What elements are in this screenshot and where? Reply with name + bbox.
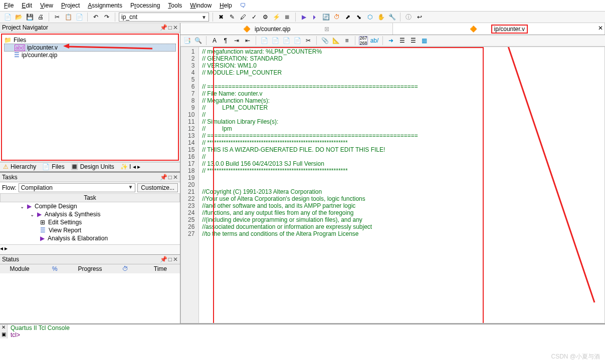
- tool-icon[interactable]: ✋: [376, 13, 385, 22]
- design-units-tab[interactable]: 🔳Design Units: [68, 162, 117, 171]
- tool-icon[interactable]: 🔄: [321, 13, 330, 22]
- document-tabs: 🔶 ip/counter.qip ⊠ 🔶 ip/counter.v ✕: [180, 23, 605, 35]
- new-icon[interactable]: 📄: [3, 13, 12, 22]
- tool-icon[interactable]: 📄: [293, 36, 302, 45]
- tool-icon[interactable]: ⚙: [261, 13, 270, 22]
- maximize-icon[interactable]: □: [168, 24, 172, 31]
- tool-icon[interactable]: ¶: [221, 36, 230, 45]
- tool-icon[interactable]: ☰: [397, 36, 407, 45]
- stop-icon[interactable]: ⏹: [283, 13, 292, 22]
- info-icon[interactable]: ⓘ: [404, 13, 413, 22]
- menu-processing[interactable]: Processing: [130, 2, 160, 9]
- menu-window[interactable]: Window: [190, 2, 212, 9]
- indent-icon[interactable]: ⇥: [232, 36, 241, 45]
- tool-icon[interactable]: ⬡: [365, 13, 374, 22]
- tool-icon[interactable]: ✎: [228, 13, 237, 22]
- tool-icon[interactable]: ⬈: [343, 13, 352, 22]
- file-icon: ☰: [14, 52, 20, 59]
- maximize-icon[interactable]: □: [168, 256, 172, 263]
- search-icon[interactable]: 🗨: [240, 2, 246, 9]
- tab-counter-qip[interactable]: 🔶 ip/counter.qip ⊠: [180, 23, 393, 35]
- menu-edit[interactable]: Edit: [22, 2, 32, 9]
- tool-icon[interactable]: ✓: [250, 13, 259, 22]
- paste-icon[interactable]: 📄: [75, 13, 84, 22]
- pin-icon[interactable]: 📌: [160, 24, 167, 31]
- pin-icon[interactable]: 📌: [160, 256, 167, 263]
- tool-icon[interactable]: ▦: [420, 36, 429, 45]
- close-tab-icon[interactable]: ✕: [598, 25, 603, 32]
- hierarchy-tab[interactable]: ⚠Hierarchy: [0, 162, 39, 171]
- task-elaboration[interactable]: ▶Analysis & Elaboration: [0, 234, 180, 242]
- task-column-header: Task: [0, 193, 180, 202]
- files-tab[interactable]: 📄Files: [39, 162, 67, 171]
- menu-view[interactable]: View: [40, 2, 53, 9]
- task-edit-settings[interactable]: ⊞Edit Settings: [0, 218, 180, 226]
- open-icon[interactable]: 📂: [14, 13, 23, 22]
- print-icon[interactable]: 🖨: [36, 13, 45, 22]
- save-icon[interactable]: 💾: [25, 13, 34, 22]
- menu-project[interactable]: Project: [61, 2, 80, 9]
- files-root[interactable]: 📁 Files: [4, 37, 176, 44]
- play-icon: ▶: [27, 203, 32, 210]
- customize-button[interactable]: Customize...: [137, 183, 178, 192]
- cut-icon[interactable]: ✂: [53, 13, 62, 22]
- tool-icon[interactable]: ➜: [386, 36, 395, 45]
- timer-icon[interactable]: ⏱: [332, 13, 341, 22]
- project-combo[interactable]: ip_cnt ▼: [119, 13, 209, 22]
- tool-icon[interactable]: 🔧: [387, 13, 396, 22]
- menu-help[interactable]: Help: [220, 2, 232, 9]
- redo-icon[interactable]: ↷: [102, 13, 111, 22]
- attach-icon[interactable]: 📎: [320, 36, 329, 45]
- tool-icon[interactable]: ⏵: [310, 13, 319, 22]
- expand-icon[interactable]: ▣: [0, 331, 7, 338]
- close-icon[interactable]: ✕: [173, 174, 178, 181]
- status-header: Status 📌□✕: [0, 255, 180, 264]
- tool-icon[interactable]: 📄: [271, 36, 280, 45]
- file-item-counter-v[interactable]: abd ip/counter.v: [4, 44, 176, 52]
- task-scrollbar[interactable]: ◂ ▸: [0, 244, 180, 254]
- pin-icon[interactable]: 📌: [160, 174, 167, 181]
- flow-combo[interactable]: Compilation ▼: [19, 183, 136, 192]
- copy-icon[interactable]: 📋: [64, 13, 73, 22]
- tool-icon[interactable]: ⚡: [272, 13, 281, 22]
- files-root-label: Files: [14, 37, 26, 44]
- tool-icon[interactable]: 📄: [282, 36, 291, 45]
- file-item-counter-qip[interactable]: ☰ ip/counter.qip: [4, 52, 176, 59]
- tool-icon[interactable]: ab/: [370, 36, 379, 45]
- close-icon[interactable]: ✕: [173, 24, 178, 31]
- tool-icon[interactable]: A: [210, 36, 219, 45]
- tool-icon[interactable]: 📑: [182, 36, 191, 45]
- tool-icon[interactable]: 📐: [331, 36, 340, 45]
- tab-counter-v[interactable]: 🔶 ip/counter.v: [393, 23, 606, 35]
- tool-icon[interactable]: 🖊: [239, 13, 248, 22]
- close-icon[interactable]: ✕: [0, 324, 7, 331]
- tool-icon[interactable]: ☰: [409, 36, 418, 45]
- code-editor[interactable]: 1234567891011121314151617181920212223242…: [180, 47, 605, 323]
- close-icon[interactable]: ✕: [173, 256, 178, 263]
- find-icon[interactable]: 🔍: [193, 36, 203, 45]
- tool-icon[interactable]: ✂: [304, 36, 313, 45]
- main-toolbar: 📄 📂 💾 🖨 ✂ 📋 📄 ↶ ↷ ip_cnt ▼ ✖ ✎ 🖊 ✓ ⚙ ⚡ ⏹…: [0, 12, 605, 23]
- tool-icon[interactable]: ≡: [342, 36, 351, 45]
- task-compile-design[interactable]: ⌄▶Compile Design: [0, 202, 180, 210]
- task-analysis[interactable]: ⌄▶Analysis & Synthesis: [0, 210, 180, 218]
- report-icon: ☰: [40, 227, 46, 234]
- console-prompt[interactable]: tcl>: [8, 331, 605, 338]
- menu-tools[interactable]: Tools: [168, 2, 182, 9]
- menu-assignments[interactable]: Assignments: [88, 2, 122, 9]
- menu-file[interactable]: File: [4, 2, 14, 9]
- tool-icon[interactable]: ↩: [415, 13, 424, 22]
- close-tab-icon[interactable]: ⊠: [324, 26, 329, 33]
- tool-icon[interactable]: 📄: [260, 36, 269, 45]
- tool-icon[interactable]: ⬊: [354, 13, 363, 22]
- more-tabs[interactable]: ✨ I ◂ ▸: [117, 162, 143, 171]
- maximize-icon[interactable]: □: [168, 174, 172, 181]
- tool-icon[interactable]: ✖: [217, 13, 226, 22]
- task-view-report[interactable]: ☰View Report: [0, 226, 180, 234]
- line-gutter: 1234567891011121314151617181920212223242…: [181, 47, 199, 323]
- svg-line-2: [507, 47, 594, 302]
- outdent-icon[interactable]: ⇤: [243, 36, 252, 45]
- undo-icon[interactable]: ↶: [91, 13, 100, 22]
- run-icon[interactable]: ▶: [299, 13, 308, 22]
- tool-icon[interactable]: 267268: [359, 36, 368, 45]
